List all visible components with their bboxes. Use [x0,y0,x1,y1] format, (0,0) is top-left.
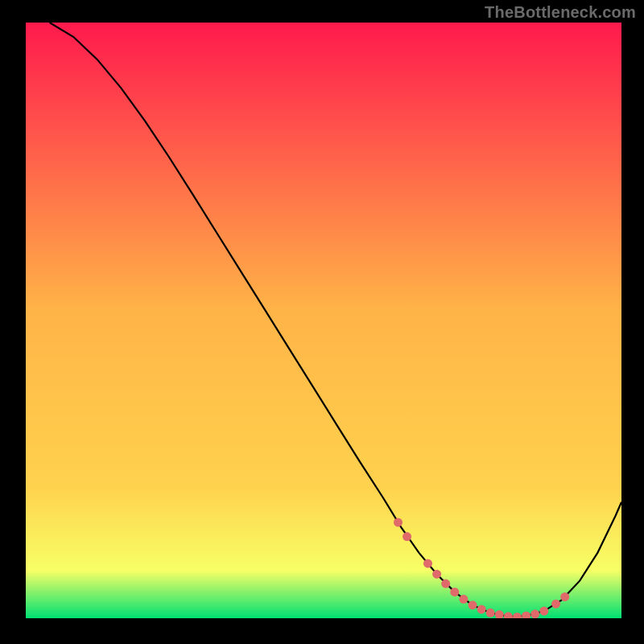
marker-point [450,588,459,597]
chart-svg [26,23,621,618]
marker-point [530,609,539,618]
chart-area [26,23,621,618]
gradient-background [26,23,621,618]
marker-point [423,559,432,568]
marker-point [551,600,560,609]
marker-point [539,607,548,616]
marker-point [394,518,402,526]
page-root: TheBottleneck.com [0,0,644,644]
marker-point [560,592,569,601]
marker-point [459,595,468,604]
marker-point [486,609,495,617]
marker-point [477,605,486,613]
marker-point [432,570,441,579]
marker-point [441,580,450,588]
watermark-text: TheBottleneck.com [485,3,636,22]
marker-point [469,601,477,609]
marker-point [402,532,411,541]
